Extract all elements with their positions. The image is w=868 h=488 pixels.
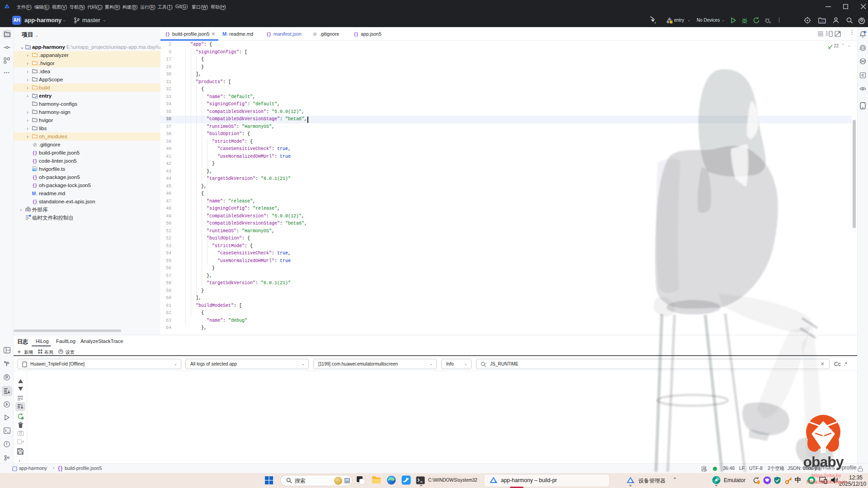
svg-text:TS: TS [33, 168, 36, 171]
